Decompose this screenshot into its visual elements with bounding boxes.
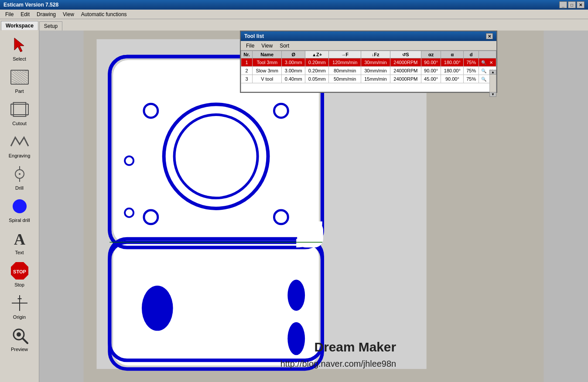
svg-text:+: +: [17, 294, 22, 303]
engraving-icon: [9, 131, 30, 152]
col-header-nr: Nr.: [241, 51, 253, 58]
panel-title-bar: Tool list ✕: [241, 31, 496, 41]
svg-point-55: [287, 322, 305, 355]
tool-row-3[interactable]: 3 V tool 0.40mm 0.05mm 50mm/min 15mm/min…: [241, 75, 496, 83]
col-header-actions: [479, 51, 496, 58]
sidebar-item-select[interactable]: Select: [2, 32, 37, 64]
sidebar-item-engraving[interactable]: Engraving: [2, 129, 37, 160]
cutout-icon: [9, 99, 30, 120]
tab-bar: Workspace Setup: [0, 19, 588, 31]
sidebar: Select: [0, 31, 39, 382]
tool-alphaz-1: 90.00°: [421, 58, 441, 67]
menu-file[interactable]: File: [2, 10, 17, 18]
tool-alpha-1: 180.00°: [441, 58, 464, 67]
tool-d-1: 75%: [464, 58, 479, 67]
tool-alphaz-3: 45.00°: [421, 75, 441, 83]
panel-title: Tool list: [244, 33, 264, 39]
tool-nr-3: 3: [241, 75, 253, 83]
tool-name-1: Tool 3mm: [253, 58, 282, 67]
tool-name-3: V tool: [253, 75, 282, 83]
scrollbar-track[interactable]: [489, 75, 496, 92]
canvas-area: Dream Maker http://blog.naver.com/jhlee9…: [39, 31, 588, 382]
spiral-drill-label: Spiral drill: [9, 218, 30, 223]
sidebar-item-cutout[interactable]: Cutout: [2, 97, 37, 128]
tool-zplus-1: 0.20mm: [305, 58, 329, 67]
panel-menu-view[interactable]: View: [258, 42, 276, 50]
tool-table: Nr. Name Ø ▲Z+ →F ↓Fz: [241, 51, 496, 92]
sidebar-item-preview[interactable]: Preview: [2, 323, 37, 354]
minimize-button[interactable]: _: [559, 1, 567, 8]
svg-point-25: [13, 199, 27, 213]
app-title: Esticam Version 7.528: [3, 2, 559, 8]
col-header-s: ↺S: [390, 51, 421, 58]
tool-actions-1: 🔍 ✕: [479, 58, 496, 67]
menu-view[interactable]: View: [59, 10, 78, 18]
sidebar-item-part[interactable]: Part: [2, 65, 37, 96]
tool-row-2[interactable]: 2 Slow 3mm 3.00mm 0.20mm 80mm/min 30mm/m…: [241, 67, 496, 75]
cutout-label: Cutout: [12, 121, 26, 126]
svg-marker-0: [14, 38, 24, 52]
tool-nr-1: 1: [241, 58, 253, 67]
sidebar-item-drill[interactable]: Drill: [2, 161, 37, 193]
tool-row-empty: [241, 83, 496, 92]
svg-point-33: [17, 332, 21, 337]
tool-zoom-1[interactable]: 🔍: [481, 59, 487, 65]
scrollbar-up-button[interactable]: ▲: [489, 70, 496, 75]
svg-point-53: [142, 286, 173, 331]
col-header-f: →F: [329, 51, 361, 58]
tool-diameter-3: 0.40mm: [282, 75, 305, 83]
preview-icon: [9, 325, 30, 346]
svg-text:http://blog.naver.com/jhlee98n: http://blog.naver.com/jhlee98n: [280, 359, 396, 368]
title-bar: Esticam Version 7.528 _ □ ✕: [0, 0, 588, 10]
stop-label: Stop: [14, 282, 24, 287]
engraving-label: Engraving: [9, 153, 31, 158]
menu-automatic-functions[interactable]: Automatic functions: [78, 10, 130, 18]
tool-name-2: Slow 3mm: [253, 67, 282, 75]
preview-label: Preview: [11, 347, 28, 352]
col-header-name: Name: [253, 51, 282, 58]
text-icon: A: [9, 228, 30, 249]
tool-s-1: 24000RPM: [390, 58, 421, 67]
svg-point-54: [287, 280, 305, 311]
tool-delete-1[interactable]: ✕: [488, 59, 494, 65]
tool-list-panel: Tool list ✕ File View Sort Nr. Name Ø: [240, 31, 497, 93]
tool-f-1: 120mm/min: [329, 58, 361, 67]
tool-fz-2: 30mm/min: [361, 67, 390, 75]
sidebar-item-stop[interactable]: STOP Stop: [2, 258, 37, 290]
panel-menu-file[interactable]: File: [243, 42, 258, 50]
sidebar-item-spiral-drill[interactable]: Spiral drill: [2, 194, 37, 225]
tool-zoom-2[interactable]: 🔍: [481, 68, 487, 74]
menu-bar: File Edit Drawing View Automatic functio…: [0, 10, 588, 19]
stop-icon: STOP: [9, 260, 30, 281]
tool-diameter-2: 3.00mm: [282, 67, 305, 75]
sidebar-item-text[interactable]: A Text: [2, 226, 37, 257]
tool-fz-1: 30mm/min: [361, 58, 390, 67]
tool-alpha-3: 90.00°: [441, 75, 464, 83]
svg-text:A: A: [14, 231, 25, 248]
tool-nr-2: 2: [241, 67, 253, 75]
sidebar-item-origin[interactable]: + Origin: [2, 290, 37, 322]
col-header-diameter: Ø: [282, 51, 305, 58]
window-controls: _ □ ✕: [559, 1, 585, 8]
tool-fz-3: 15mm/min: [361, 75, 390, 83]
col-header-alpha: α: [441, 51, 464, 58]
maximize-button[interactable]: □: [568, 1, 576, 8]
tool-d-3: 75%: [464, 75, 479, 83]
text-label: Text: [15, 250, 24, 255]
menu-edit[interactable]: Edit: [17, 10, 33, 18]
tab-setup[interactable]: Setup: [39, 21, 62, 31]
tab-workspace[interactable]: Workspace: [1, 21, 38, 31]
panel-menu-sort[interactable]: Sort: [276, 42, 293, 50]
svg-line-14: [12, 82, 17, 83]
scrollbar-down-button[interactable]: ▼: [489, 92, 496, 97]
table-scrollbar: ▲ ▼: [489, 70, 496, 92]
panel-close-button[interactable]: ✕: [486, 33, 493, 39]
part-icon: [9, 67, 30, 88]
close-button[interactable]: ✕: [577, 1, 585, 8]
menu-drawing[interactable]: Drawing: [33, 10, 59, 18]
tool-row-1[interactable]: 1 Tool 3mm 3.00mm 0.20mm 120mm/min 30mm/…: [241, 58, 496, 67]
tool-diameter-1: 3.00mm: [282, 58, 305, 67]
tool-alpha-2: 180.00°: [441, 67, 464, 75]
tool-zoom-3[interactable]: 🔍: [481, 76, 487, 82]
tool-s-3: 24000RPM: [390, 75, 421, 83]
